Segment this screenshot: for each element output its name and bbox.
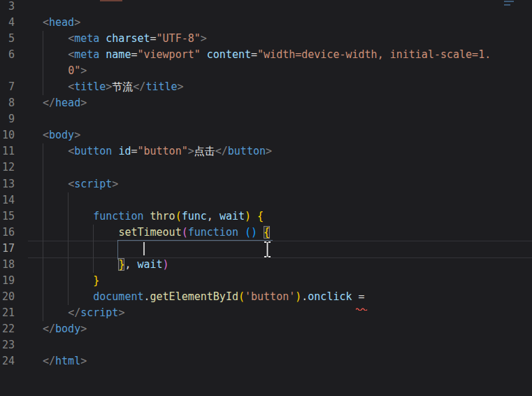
code-text[interactable]: </body>: [33, 321, 87, 337]
code-token: function: [93, 210, 143, 222]
code-text[interactable]: <head>: [33, 15, 80, 31]
code-text[interactable]: [33, 0, 43, 15]
code-text[interactable]: <script>: [33, 176, 118, 192]
line-number[interactable]: 24: [0, 353, 33, 369]
code-text[interactable]: </html>: [33, 353, 87, 369]
line-number[interactable]: 13: [0, 176, 33, 192]
code-text[interactable]: <title>节流</title>: [33, 79, 184, 95]
line-number[interactable]: 18: [0, 257, 33, 273]
code-line[interactable]: 15 function thro(func, wait) {: [0, 208, 532, 225]
code-line[interactable]: 14: [0, 192, 532, 208]
code-text[interactable]: 0">: [33, 63, 87, 79]
code-line[interactable]: 19 }: [0, 273, 532, 289]
code-token: name: [106, 48, 131, 61]
line-number[interactable]: 15: [0, 208, 33, 225]
code-text[interactable]: <button id="button">点击</button>: [33, 143, 272, 160]
code-line[interactable]: 21 </script>: [0, 305, 532, 321]
line-number[interactable]: 19: [0, 273, 33, 289]
code-token: <: [43, 16, 49, 29]
code-line[interactable]: 16 setTimeout(function () {: [0, 225, 532, 241]
code-token: <: [68, 80, 74, 93]
code-token: <: [43, 129, 49, 141]
code-token: [43, 274, 93, 287]
code-token: [99, 48, 106, 61]
code-line[interactable]: 12: [0, 160, 532, 176]
line-number[interactable]: 10: [0, 127, 33, 143]
code-text[interactable]: [33, 241, 43, 257]
code-line[interactable]: 3: [0, 0, 532, 15]
code-line[interactable]: 20 document.getElementById('button').onc…: [0, 289, 532, 305]
code-token: =: [251, 48, 257, 61]
code-token: meta: [74, 32, 99, 45]
code-line[interactable]: 5 <meta charset="UTF-8">: [0, 31, 532, 47]
line-number[interactable]: 22: [0, 321, 33, 337]
code-line[interactable]: 11 <button id="button">点击</button>: [0, 143, 532, 160]
line-number[interactable]: 8: [0, 95, 33, 111]
line-number[interactable]: 7: [0, 79, 33, 95]
code-text[interactable]: [33, 337, 43, 353]
code-token: [43, 64, 68, 77]
code-text[interactable]: document.getElementById('button').onclic…: [33, 289, 365, 305]
code-text[interactable]: </script>: [33, 305, 124, 321]
line-number[interactable]: 20: [0, 289, 33, 305]
code-line[interactable]: 18 }, wait): [0, 257, 532, 273]
code-text[interactable]: }: [33, 273, 99, 289]
code-line[interactable]: 9: [0, 111, 532, 127]
code-line[interactable]: 10<body>: [0, 127, 532, 143]
code-token: "viewport": [137, 48, 200, 61]
line-number[interactable]: 11: [0, 143, 33, 160]
line-number[interactable]: 9: [0, 111, 33, 127]
line-number[interactable]: 5: [0, 31, 33, 47]
code-token: head: [49, 16, 74, 29]
code-line[interactable]: 7 <title>节流</title>: [0, 79, 532, 95]
code-token: [99, 32, 106, 45]
code-token: [43, 80, 68, 93]
code-text[interactable]: }, wait): [33, 257, 169, 273]
code-line[interactable]: 17: [0, 241, 532, 257]
code-line[interactable]: 23: [0, 337, 532, 353]
code-token: [352, 290, 359, 303]
code-token: content: [207, 48, 251, 61]
line-number[interactable]: 21: [0, 305, 33, 321]
code-text[interactable]: setTimeout(function () {: [33, 225, 270, 241]
code-line[interactable]: 6 <meta name="viewport" content="width=d…: [0, 47, 532, 63]
code-token: html: [55, 355, 80, 367]
code-text[interactable]: <body>: [33, 127, 80, 143]
line-number[interactable]: 17: [0, 241, 33, 257]
code-line[interactable]: 4<head>: [0, 15, 532, 31]
code-text[interactable]: [33, 160, 43, 176]
line-number[interactable]: [0, 63, 33, 79]
code-token: thro: [150, 210, 175, 222]
code-editor[interactable]: 34<head>5 <meta charset="UTF-8">6 <meta …: [0, 0, 532, 396]
code-text[interactable]: [33, 192, 43, 208]
code-line[interactable]: 8</head>: [0, 95, 532, 111]
line-number[interactable]: 12: [0, 160, 33, 176]
code-text[interactable]: function thro(func, wait) {: [33, 208, 264, 225]
code-token: [257, 226, 264, 239]
code-line[interactable]: 0">: [0, 63, 532, 79]
code-line[interactable]: 13 <script>: [0, 176, 532, 192]
code-token: </: [68, 306, 80, 319]
code-text[interactable]: [33, 111, 43, 127]
code-token: body: [55, 323, 80, 335]
line-number[interactable]: 23: [0, 337, 33, 353]
line-number[interactable]: 3: [0, 0, 33, 15]
code-token: charset: [106, 32, 150, 45]
code-token: [238, 226, 245, 239]
code-text[interactable]: <meta name="viewport" content="width=dev…: [33, 47, 491, 63]
code-token: (: [238, 290, 245, 303]
code-token: meta: [74, 48, 99, 61]
code-token: >: [106, 80, 112, 93]
line-number[interactable]: 16: [0, 225, 33, 241]
line-number[interactable]: 14: [0, 192, 33, 208]
code-text[interactable]: <meta charset="UTF-8">: [33, 31, 207, 47]
code-line[interactable]: 22</body>: [0, 321, 532, 337]
code-token: ): [245, 210, 251, 222]
line-number[interactable]: 4: [0, 15, 33, 31]
code-text[interactable]: </head>: [33, 95, 87, 111]
code-line[interactable]: 24</html>: [0, 353, 532, 369]
code-lines: 34<head>5 <meta charset="UTF-8">6 <meta …: [0, 0, 532, 369]
line-number[interactable]: 6: [0, 47, 33, 63]
code-token: [201, 48, 207, 61]
code-token: >: [80, 64, 87, 77]
